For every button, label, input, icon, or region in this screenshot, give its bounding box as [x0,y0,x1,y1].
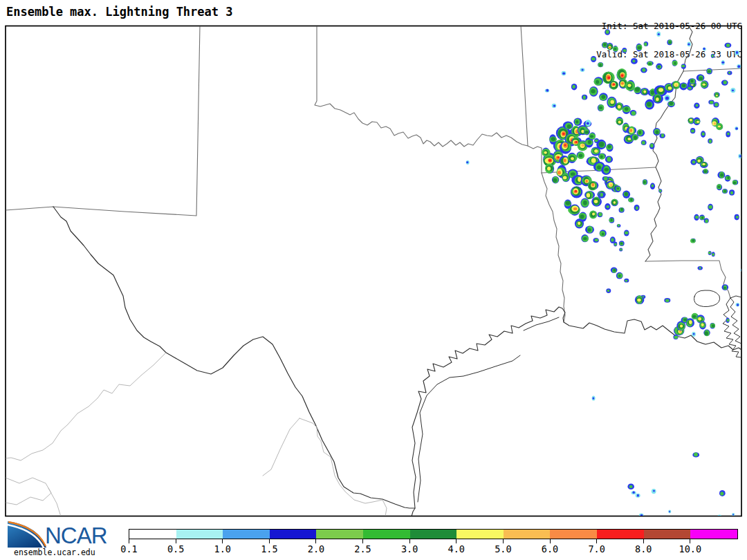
storm-cell [697,74,705,81]
colorbar-tick-label: 8.0 [635,543,652,554]
storm-cell [687,85,693,91]
storm-cell [719,490,726,496]
storm-cell [712,252,715,256]
storm-cell [624,279,629,283]
colorbar-tick-label: 5.0 [495,543,511,554]
storm-cell [602,176,609,181]
storm-cell [598,153,606,160]
map-plot [0,0,747,560]
storm-cell [622,105,631,114]
storm-cell [580,198,589,208]
storm-cell [726,131,730,137]
storm-cell [542,147,550,156]
storm-cell [730,88,735,93]
colorbar-segment [363,530,410,539]
colorbar-tick-label: 2.5 [354,543,371,554]
storm-cell [652,489,656,494]
storm-cell [725,175,731,182]
storm-cell [692,332,696,337]
storm-cell [732,513,735,516]
storm-cell [659,133,665,138]
storm-cell [585,226,594,234]
storm-cell [552,176,559,184]
colorbar-tick-label: 2.0 [308,543,324,554]
storm-cell [631,491,636,494]
storm-cell [562,71,566,76]
storm-cell [622,48,627,53]
storm-cell [580,68,585,72]
colorbar-bar [129,529,738,539]
storm-cell [735,50,739,55]
storm-cell [650,183,655,190]
storm-cell [653,128,661,136]
storm-cell [698,266,703,270]
storm-cell [725,43,732,48]
storm-cell [589,86,598,97]
colorbar-tick-label: 10.0 [679,543,702,554]
storm-cell [568,153,578,163]
storm-cell [673,335,678,339]
ncar-logo: NCAR ensemble.ucar.edu [6,519,130,559]
storm-cell [690,239,696,243]
storm-cell [639,514,644,518]
colorbar-segment [270,530,317,539]
storm-cell [708,138,712,144]
storm-cell [656,64,662,70]
storm-cell [737,64,741,68]
colorbar-segment [597,530,644,539]
storm-cell [686,318,694,327]
storm-cell [652,94,663,104]
colorbar-segment [550,530,597,539]
storm-cell [594,77,603,86]
storm-cell [624,230,629,236]
storm-cell [606,181,616,189]
storm-cell [599,93,608,101]
colorbar-tick-label: 4.0 [448,543,465,554]
colorbar-tick-label: 7.0 [588,543,605,554]
storm-cell [545,88,550,92]
storm-cell [577,151,585,159]
storm-cell [727,71,732,75]
map-frame [6,26,741,516]
ncar-logo-text: NCAR [45,523,107,549]
colorbar-segment [176,530,223,539]
storm-cell [582,95,587,100]
storm-cell [680,82,688,90]
storm-cell [701,131,706,138]
storm-cell [656,32,661,37]
colorbar-segment [129,530,176,539]
storm-cell [681,64,686,68]
storm-cell [668,510,671,514]
storm-cell [706,68,712,74]
storm-cell [736,303,740,306]
colorbar-tick-label: 1.0 [214,543,231,554]
storm-cell [699,215,705,221]
storm-cell [672,59,678,66]
storm-cell [713,102,719,108]
storm-cell [596,140,606,149]
storm-cells-layer [466,29,744,519]
storm-cell [667,39,672,45]
storm-cell [688,42,691,47]
storm-cell [593,238,599,243]
storm-cell [636,494,640,498]
colorbar-segment [316,530,363,539]
storm-cell [615,186,621,193]
storm-cell [466,160,470,165]
storm-cell [619,248,622,251]
storm-cell [703,47,706,50]
storm-cell [708,204,713,211]
storm-cell [640,67,647,73]
storm-cell [588,181,599,191]
storm-cell [598,62,603,67]
storm-cell [571,186,582,198]
storm-cell [605,203,610,210]
storm-cell [692,452,699,457]
storm-cell [581,234,589,242]
colorbar-segment [410,530,457,539]
storm-cell [591,197,602,207]
colorbar-segment [644,530,691,539]
storm-cell [563,122,573,130]
colorbar: 0.10.51.01.52.02.53.04.05.06.07.08.010.0 [129,529,738,552]
storm-cell [616,68,627,81]
